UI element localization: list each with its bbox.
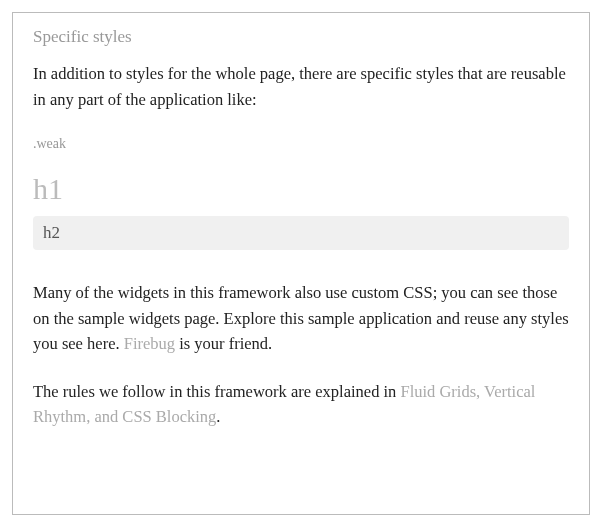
weak-class-label: .weak [33, 136, 569, 152]
firebug-link[interactable]: Firebug [124, 334, 175, 353]
widgets-text-after: is your friend. [175, 334, 272, 353]
section-title: Specific styles [33, 27, 569, 47]
rules-paragraph: The rules we follow in this framework ar… [33, 379, 569, 430]
h1-example: h1 [33, 172, 569, 206]
content-panel: Specific styles In addition to styles fo… [12, 12, 590, 515]
h2-example-bar: h2 [33, 216, 569, 250]
widgets-text-before: Many of the widgets in this framework al… [33, 283, 569, 353]
intro-paragraph: In addition to styles for the whole page… [33, 61, 569, 112]
rules-text-after: . [216, 407, 220, 426]
widgets-paragraph: Many of the widgets in this framework al… [33, 280, 569, 357]
rules-text-before: The rules we follow in this framework ar… [33, 382, 400, 401]
